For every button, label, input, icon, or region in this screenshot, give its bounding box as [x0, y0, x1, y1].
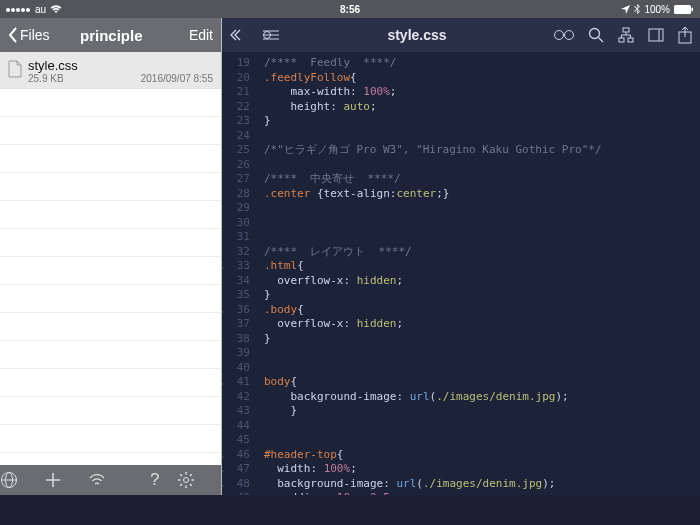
- list-item: [0, 89, 221, 117]
- chevron-left-icon: [8, 27, 18, 43]
- signal-dots-icon: [6, 4, 31, 15]
- file-sidebar: Files principle Edit style.css 25.9 KB 2…: [0, 18, 222, 495]
- svg-point-23: [589, 29, 599, 39]
- list-item: [0, 117, 221, 145]
- svg-line-14: [180, 484, 182, 486]
- location-icon: [621, 5, 630, 14]
- add-icon[interactable]: [44, 471, 88, 489]
- share-icon[interactable]: [678, 26, 692, 44]
- globe-icon[interactable]: [0, 471, 44, 489]
- gear-icon[interactable]: [177, 471, 221, 489]
- bluetooth-icon: [634, 4, 640, 14]
- carrier-label: au: [35, 4, 46, 15]
- battery-icon: [674, 5, 694, 14]
- list-item: [0, 285, 221, 313]
- preview-icon[interactable]: [554, 29, 574, 41]
- code-content[interactable]: /**** Feedly ****/.feedlyFollow{ max-wid…: [258, 52, 700, 495]
- edit-button[interactable]: Edit: [189, 27, 213, 43]
- file-date: 2016/09/07 8:55: [141, 73, 213, 84]
- list-item: [0, 397, 221, 425]
- code-editor: style.css 192021222324252627282930313233…: [222, 18, 700, 495]
- list-item: [0, 145, 221, 173]
- editor-header: style.css: [222, 18, 700, 52]
- file-row[interactable]: style.css 25.9 KB 2016/09/07 8:55: [0, 52, 221, 89]
- svg-rect-1: [692, 7, 694, 11]
- wifi-icon: [50, 5, 62, 14]
- wifi-sync-icon[interactable]: [88, 473, 132, 487]
- list-item: [0, 173, 221, 201]
- search-icon[interactable]: [588, 27, 604, 43]
- file-list: style.css 25.9 KB 2016/09/07 8:55: [0, 52, 221, 465]
- svg-line-12: [180, 474, 182, 476]
- file-name: style.css: [28, 58, 213, 73]
- tree-icon[interactable]: [618, 27, 634, 43]
- back-button[interactable]: Files: [8, 27, 50, 43]
- editor-back-icon[interactable]: [230, 28, 248, 42]
- svg-rect-26: [619, 38, 624, 42]
- file-size: 25.9 KB: [28, 73, 64, 84]
- svg-line-13: [190, 484, 192, 486]
- svg-point-7: [183, 478, 188, 483]
- file-icon: [8, 58, 28, 84]
- svg-rect-0: [674, 5, 691, 14]
- svg-point-21: [564, 31, 573, 40]
- list-item: [0, 341, 221, 369]
- back-label: Files: [20, 27, 50, 43]
- sidebar-title: principle: [80, 27, 143, 44]
- outline-icon[interactable]: [262, 28, 280, 42]
- svg-line-24: [598, 38, 603, 43]
- svg-rect-25: [623, 28, 629, 32]
- sidebar-footer: ?: [0, 465, 221, 495]
- svg-rect-27: [628, 38, 633, 42]
- list-item: [0, 369, 221, 397]
- svg-rect-32: [649, 29, 663, 41]
- list-item: [0, 201, 221, 229]
- list-item: [0, 257, 221, 285]
- editor-title: style.css: [387, 27, 446, 43]
- panel-icon[interactable]: [648, 28, 664, 42]
- ios-status-bar: au 8:56 100%: [0, 0, 700, 18]
- list-item: [0, 229, 221, 257]
- list-item: [0, 313, 221, 341]
- editor-body[interactable]: 192021222324252627282930313233▸343536▸37…: [222, 52, 700, 495]
- svg-line-15: [190, 474, 192, 476]
- line-gutter: 192021222324252627282930313233▸343536▸37…: [222, 52, 258, 495]
- list-item: [0, 425, 221, 453]
- clock: 8:56: [340, 4, 360, 15]
- sidebar-header: Files principle Edit: [0, 18, 221, 52]
- svg-point-20: [554, 31, 563, 40]
- help-icon[interactable]: ?: [133, 470, 177, 490]
- battery-label: 100%: [644, 4, 670, 15]
- list-item: [0, 453, 221, 465]
